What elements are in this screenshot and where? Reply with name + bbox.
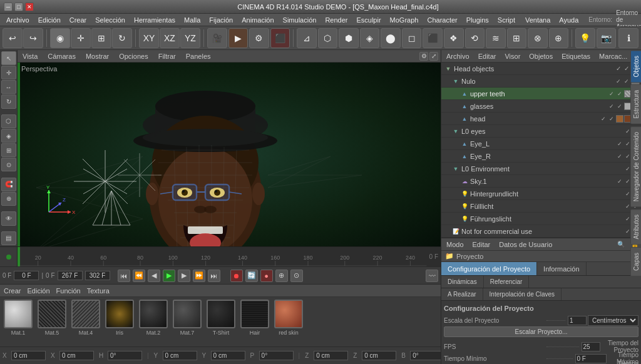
undo-button[interactable]: ↩ (3, 28, 23, 48)
obj-menu-etiquetas[interactable]: Etiquetas (559, 52, 593, 61)
tool-scale[interactable]: ↔ (1, 80, 16, 94)
render-button[interactable]: ⬛ (270, 28, 290, 48)
tool-point[interactable]: ⊙ (1, 158, 16, 171)
prev-frame-button[interactable]: ◀ (148, 270, 160, 282)
attr-tab-config[interactable]: Configuración del Proyecto (441, 262, 537, 275)
material-item-mat4[interactable]: Mat.4 (70, 300, 101, 336)
ut-vis[interactable]: ✓ (608, 90, 615, 98)
menu-edicion[interactable]: Edición (34, 15, 64, 25)
coord-z-input[interactable] (314, 351, 348, 360)
attr-search-icon[interactable]: 🔍 (617, 241, 625, 248)
menu-character[interactable]: Character (423, 15, 461, 25)
hd-rend[interactable]: ✓ (608, 115, 615, 123)
material-item-mat7[interactable]: Mat.7 (172, 300, 203, 336)
yz-button[interactable]: YZ (180, 28, 200, 48)
nulo-rend[interactable]: ✓ (623, 78, 630, 85)
menu-mograph[interactable]: MoGraph (386, 15, 423, 25)
attr-tab-reference[interactable]: Referenciar (484, 276, 530, 288)
tool-rotate[interactable]: ↻ (1, 94, 16, 108)
coord-x-input[interactable] (11, 351, 46, 360)
tool-9[interactable]: ⟲ (465, 28, 485, 48)
tool-model[interactable]: ⬡ (1, 114, 16, 128)
goto-end-button[interactable]: ⏭ (208, 270, 220, 282)
attr-tab-dynamics[interactable]: Dinámicas (441, 276, 484, 288)
viewport-area[interactable]: Vista Cámaras Mostrar Opciones Filtrar P… (18, 50, 441, 246)
tool-11[interactable]: ⊞ (507, 28, 527, 48)
move-button[interactable]: ✛ (71, 28, 91, 48)
obj-item-eyes[interactable]: ▼ L0 eyes ✓ ✓ (441, 125, 641, 138)
menu-plugins[interactable]: Plugins (463, 15, 493, 25)
total-frames-input[interactable] (85, 271, 110, 280)
tool-8[interactable]: ❖ (444, 28, 464, 48)
viewport-menu-vista[interactable]: Vista (20, 52, 40, 61)
viewport-canvas[interactable]: Perspectiva (18, 63, 441, 246)
attr-menu-modo[interactable]: Modo (444, 240, 466, 249)
tool-edge[interactable]: ⊞ (1, 143, 16, 157)
tool-1[interactable]: ⊿ (297, 28, 317, 48)
obj-item-upper-teeth[interactable]: ▲ upper teeth ✓ ✓ (441, 88, 641, 100)
mat-menu-edicion[interactable]: Edición (28, 287, 50, 295)
fps-input[interactable] (582, 342, 600, 351)
prev-key-button[interactable]: ⏪ (133, 270, 145, 282)
end-frame-input[interactable] (58, 271, 83, 280)
tool-4[interactable]: ◈ (360, 28, 380, 48)
attr-menu-datos[interactable]: Datos de Usuario (496, 240, 555, 249)
goto-start-button[interactable]: ⏮ (118, 270, 130, 282)
timeline-ruler[interactable]: 20 40 60 80 100 120 140 1 (18, 247, 427, 266)
render-view-button[interactable]: ▶ (228, 28, 249, 48)
material-item-tshirt[interactable]: T-Shirt (205, 300, 237, 336)
coord-rx-input[interactable] (59, 351, 94, 360)
edge-tab-estructura[interactable]: Estructura (630, 84, 641, 124)
info-button[interactable]: ℹ (618, 28, 638, 48)
tool-snap[interactable]: 🧲 (1, 178, 16, 191)
tool-poly[interactable]: ◈ (1, 129, 16, 143)
menu-esculpir[interactable]: Esculpir (352, 15, 384, 25)
light-button[interactable]: 💡 (575, 28, 595, 48)
tool-render-region[interactable]: ▤ (1, 231, 16, 245)
coord-ry-input[interactable] (211, 351, 245, 360)
escalar-button[interactable]: Escalar Proyecto... (444, 326, 638, 337)
coord-b-input[interactable] (410, 351, 441, 360)
material-item-redskin[interactable]: red skin (273, 300, 304, 336)
key-sel-button[interactable]: ⊙ (290, 270, 303, 282)
render-settings-button[interactable]: ⚙ (249, 28, 269, 48)
obj-item-fulllicht[interactable]: 💡 Fülllicht ✓ ✓ (441, 200, 641, 213)
tool-13[interactable]: ⊕ (549, 28, 569, 48)
live-selection-button[interactable]: ◉ (50, 28, 70, 48)
obj-menu-visor[interactable]: Visor (502, 52, 523, 61)
tiempo-min-input[interactable] (575, 354, 607, 363)
obj-item-head-objects[interactable]: ▼ Head objects ✓ ✓ (441, 63, 641, 75)
menu-seleccion[interactable]: Selección (91, 15, 129, 25)
coord-p-input[interactable] (259, 351, 294, 360)
coord-y-input[interactable] (163, 351, 197, 360)
material-item-iris[interactable]: Iris (104, 300, 135, 336)
auto-key-button[interactable]: ● (260, 270, 273, 282)
tool-camera[interactable]: 👁 (1, 211, 16, 225)
obj-item-sky[interactable]: ☁ Sky.1 ✓ ✓ (441, 175, 641, 188)
obj-item-fuhrungslicht[interactable]: 💡 Führungslicht ✓ ✓ (441, 213, 641, 225)
menu-animacion[interactable]: Animación (238, 15, 277, 25)
coord-h-input[interactable] (108, 351, 142, 360)
escala-input[interactable] (568, 316, 587, 325)
menu-fijacion[interactable]: Fijación (205, 15, 237, 25)
obj-item-environment[interactable]: ▼ L0 Environment ✓ ✓ (441, 163, 641, 175)
obj-item-nulo[interactable]: ▼ Nulo ✓ ✓ (441, 75, 641, 88)
material-item-mat1[interactable]: Mat.1 (3, 300, 34, 336)
viewport-menu-filtrar[interactable]: Filtrar (156, 52, 178, 61)
er-vis[interactable]: ✓ (616, 153, 623, 160)
viewport-menu-mostrar[interactable]: Mostrar (83, 52, 111, 61)
edge-tab-capas[interactable]: Capas (630, 247, 641, 276)
nulo-vis[interactable]: ✓ (615, 78, 622, 85)
minimize-button[interactable]: ─ (4, 3, 13, 11)
key-all-button[interactable]: ⊕ (275, 270, 288, 282)
obj-item-glasses[interactable]: ▲ glasses ✓ ✓ (441, 100, 641, 113)
menu-script[interactable]: Script (494, 15, 519, 25)
scale-button[interactable]: ⊞ (91, 28, 111, 48)
viewport-fullscreen-btn[interactable]: ⤢ (429, 52, 438, 61)
coord-system-button[interactable]: XY (139, 28, 159, 48)
xz-button[interactable]: XZ (160, 28, 180, 48)
current-frame-input[interactable] (14, 271, 39, 280)
menu-ayuda[interactable]: Ayuda (555, 15, 582, 25)
obj-item-eye-r[interactable]: ▲ Eye_R ✓ ✓ (441, 150, 641, 163)
obj-item-hintergrundlicht[interactable]: 💡 Hintergrundlicht ✓ ✓ (441, 188, 641, 200)
